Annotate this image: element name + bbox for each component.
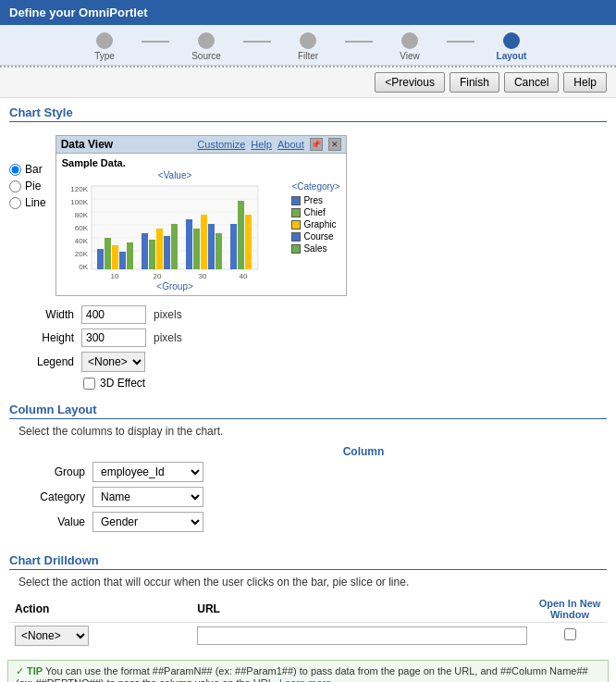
- radio-bar[interactable]: Bar: [9, 163, 46, 176]
- column-layout-title: Column Layout: [9, 403, 607, 419]
- legend-color-sales: [291, 244, 301, 254]
- chart-type-radio-group: Bar Pie Line: [9, 163, 46, 209]
- open-new-window-checkbox[interactable]: [564, 628, 576, 640]
- top-finish-button[interactable]: Finish: [450, 72, 499, 93]
- sample-data-title: Sample Data.: [62, 157, 340, 168]
- category-label: Category: [18, 490, 92, 503]
- group-row: Group employee_Id Name Gender Dept: [18, 462, 598, 482]
- svg-rect-22: [164, 236, 170, 269]
- value-label: Value: [18, 515, 92, 528]
- svg-rect-14: [97, 249, 104, 269]
- 3d-effect-checkbox[interactable]: [83, 378, 95, 390]
- drilldown-row: <None> Redirect Popup: [9, 623, 607, 650]
- radio-pie-input[interactable]: [9, 180, 21, 192]
- category-row: Category employee_Id Name Gender Dept: [18, 487, 598, 507]
- pin-icon[interactable]: 📌: [310, 138, 323, 151]
- svg-text:120K: 120K: [70, 185, 88, 193]
- legend-color-graphic: [291, 220, 301, 229]
- data-view-body: Sample Data. <Value> 120K 100K 80K 60K 4…: [56, 154, 346, 295]
- step-connector-3: [345, 41, 373, 43]
- svg-rect-24: [186, 219, 192, 269]
- legend-color-course: [291, 232, 301, 242]
- svg-rect-20: [149, 240, 155, 269]
- action-cell: <None> Redirect Popup: [9, 623, 191, 650]
- help-link[interactable]: Help: [251, 139, 272, 150]
- legend-course: Course: [291, 231, 339, 242]
- chart-drilldown-title: Chart Drilldown: [9, 553, 607, 570]
- chart-style-content: Bar Pie Line Data View Customize Help Ab…: [0, 131, 616, 300]
- data-view-title: Data View: [61, 138, 113, 151]
- legend-label-chief: Chief: [303, 207, 325, 217]
- svg-text:20K: 20K: [74, 250, 88, 258]
- chart-svg: 120K 100K 80K 60K 40K 20K 0K: [62, 182, 265, 279]
- legend-graphic: Graphic: [291, 219, 339, 229]
- group-label: <Group>: [62, 281, 289, 291]
- svg-rect-29: [230, 224, 237, 269]
- radio-line-input[interactable]: [9, 197, 21, 209]
- learn-more-link[interactable]: Learn more...: [279, 677, 339, 682]
- step-type: Type: [68, 32, 142, 61]
- width-unit: pixels: [154, 308, 182, 321]
- step-label-filter: Filter: [298, 51, 318, 61]
- legend-chief: Chief: [291, 207, 339, 217]
- group-select[interactable]: employee_Id Name Gender Dept: [92, 462, 203, 482]
- column-layout-content: Select the columns to display in the cha…: [9, 425, 607, 542]
- data-view-panel: Data View Customize Help About 📌 ✕ Sampl…: [55, 135, 347, 296]
- top-action-buttons: <Previous Finish Cancel Help: [0, 68, 616, 98]
- value-row: Value employee_Id Name Gender Dept: [18, 512, 598, 532]
- height-row: Height pixels: [18, 329, 598, 347]
- step-label-layout: Layout: [497, 51, 527, 61]
- category-select[interactable]: employee_Id Name Gender Dept: [92, 487, 203, 507]
- legend-row: Legend <None> Top Bottom Left Right: [18, 352, 598, 372]
- value-label: <Value>: [62, 170, 289, 180]
- legend-color-chief: [291, 208, 301, 217]
- top-previous-button[interactable]: <Previous: [375, 72, 445, 93]
- drilldown-table: Action URL Open In NewWindow <None> Redi…: [9, 596, 607, 649]
- legend-label-course: Course: [303, 231, 333, 242]
- radio-line[interactable]: Line: [9, 196, 46, 209]
- chart-graph: <Value> 120K 100K 80K 60K 40K 20K 0K: [62, 170, 289, 291]
- column-layout-desc: Select the columns to display in the cha…: [18, 425, 598, 438]
- top-help-button[interactable]: Help: [563, 72, 607, 93]
- action-header: Action: [9, 596, 191, 623]
- step-connector-4: [447, 41, 474, 43]
- legend-select[interactable]: <None> Top Bottom Left Right: [81, 352, 145, 372]
- svg-rect-31: [245, 215, 252, 269]
- about-link[interactable]: About: [277, 139, 304, 150]
- svg-rect-19: [142, 233, 148, 269]
- svg-rect-23: [171, 224, 178, 269]
- data-view-header: Data View Customize Help About 📌 ✕: [56, 136, 346, 154]
- chart-style-section: Chart Style: [0, 98, 616, 131]
- action-select[interactable]: <None> Redirect Popup: [15, 626, 89, 646]
- url-input[interactable]: [197, 626, 527, 645]
- height-input[interactable]: [81, 329, 146, 347]
- svg-rect-17: [119, 252, 126, 269]
- 3d-effect-row: 3D Effect: [83, 377, 598, 390]
- legend-label-pres: Pres: [303, 195, 323, 205]
- value-select[interactable]: employee_Id Name Gender Dept: [92, 512, 203, 532]
- svg-text:30: 30: [198, 272, 206, 279]
- step-circle-source: [198, 32, 215, 49]
- svg-rect-28: [216, 233, 222, 269]
- close-icon[interactable]: ✕: [328, 138, 341, 151]
- radio-pie[interactable]: Pie: [9, 180, 46, 192]
- step-filter: Filter: [271, 32, 345, 61]
- group-label: Group: [18, 465, 92, 478]
- step-source: Source: [169, 32, 243, 61]
- radio-pie-label: Pie: [25, 180, 41, 192]
- svg-text:100K: 100K: [70, 198, 88, 206]
- svg-text:80K: 80K: [74, 211, 88, 219]
- svg-rect-15: [105, 238, 111, 269]
- checkmark-icon: ✓: [16, 665, 24, 676]
- url-header: URL: [191, 596, 533, 623]
- customize-link[interactable]: Customize: [197, 139, 245, 150]
- svg-text:0K: 0K: [79, 263, 88, 271]
- legend-label: Legend: [18, 355, 74, 368]
- height-unit: pixels: [154, 331, 182, 344]
- top-cancel-button[interactable]: Cancel: [504, 72, 559, 93]
- legend-color-pres: [291, 196, 301, 205]
- radio-bar-input[interactable]: [9, 164, 21, 176]
- step-label-view: View: [400, 51, 420, 61]
- chart-container: <Value> 120K 100K 80K 60K 40K 20K 0K: [62, 170, 340, 291]
- width-input[interactable]: [81, 305, 146, 324]
